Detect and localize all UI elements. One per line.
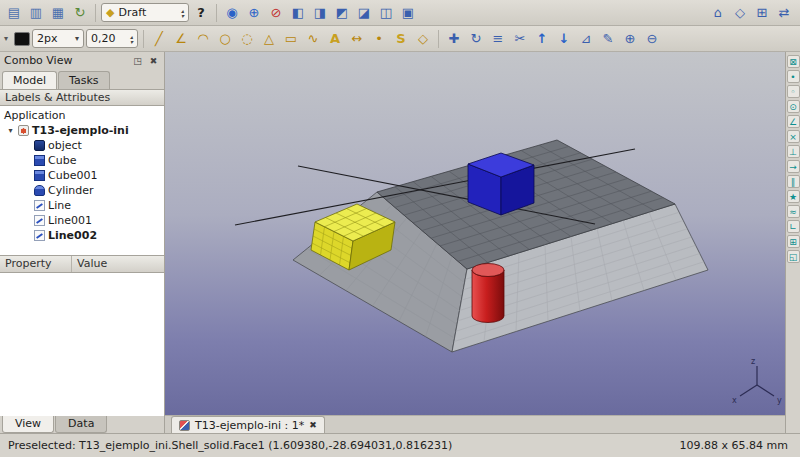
tab-data[interactable]: Data <box>55 416 107 433</box>
draft-move-icon[interactable]: ✚ <box>444 29 464 49</box>
draft-trimex-icon[interactable]: ✂ <box>510 29 530 49</box>
workbench-selector-value: Draft <box>118 6 146 19</box>
view-top-icon[interactable]: ◩ <box>332 3 352 23</box>
dock-overlay-icon[interactable]: ⊞ <box>752 3 772 23</box>
snap-center-icon[interactable]: ⊙ <box>787 100 800 113</box>
snap-parallel-icon[interactable]: ∥ <box>787 175 800 188</box>
tree-item[interactable]: Cube <box>0 153 164 168</box>
tree-item[interactable]: ▾ T13-ejemplo-ini <box>0 123 164 138</box>
view-right-icon[interactable]: ◪ <box>354 3 374 23</box>
property-table-body[interactable] <box>0 273 164 416</box>
snap-ortho-icon[interactable]: ∟ <box>787 220 800 233</box>
value-column-header[interactable]: Value <box>72 256 164 272</box>
draft-shapestring-icon[interactable]: S <box>391 29 411 49</box>
tab-view[interactable]: View <box>2 416 54 433</box>
draft-line-icon[interactable]: ╱ <box>149 29 169 49</box>
fit-all-icon[interactable]: ◉ <box>222 3 242 23</box>
expander-icon[interactable]: ▾ <box>6 126 15 135</box>
view-bottom-icon[interactable]: ▣ <box>398 3 418 23</box>
draft-facebinder-icon[interactable]: ◇ <box>413 29 433 49</box>
float-panel-icon[interactable]: ◳ <box>131 54 144 67</box>
snap-midpoint-icon[interactable]: ◦ <box>787 85 800 98</box>
snap-extension-icon[interactable]: → <box>787 160 800 173</box>
snap-near-icon[interactable]: ≈ <box>787 205 800 218</box>
tree-item[interactable]: Line001 <box>0 213 164 228</box>
line-color-swatch[interactable] <box>14 32 30 46</box>
whats-this-icon[interactable]: ? <box>191 3 211 23</box>
spinbox-arrows-icon[interactable]: ▴ ▾ <box>130 34 133 44</box>
draft-upgrade-icon[interactable]: ↑ <box>532 29 552 49</box>
view-axonometric-icon[interactable]: ◇ <box>730 3 750 23</box>
tree-item[interactable]: Line002 <box>0 228 164 243</box>
labels-attributes-label: Labels & Attributes <box>5 91 110 104</box>
draft-line-doc-icon <box>34 230 45 241</box>
snap-workingplane-icon[interactable]: ◱ <box>787 250 800 263</box>
view-isometric-icon[interactable]: ◧ <box>288 3 308 23</box>
snap-toolbar: ⊠•◦⊙∠×⊥→∥★≈∟⊞◱ <box>785 52 800 433</box>
snap-grid-icon[interactable]: ⊞ <box>787 235 800 248</box>
line-width-select[interactable]: 2px ▾ <box>32 29 84 48</box>
workbench-selector[interactable]: ◆ Draft ▴ ▾ <box>101 3 189 22</box>
tree-root-application[interactable]: Application <box>0 108 164 123</box>
snap-intersection-icon[interactable]: × <box>787 130 800 143</box>
tree-item-label: object <box>48 139 82 152</box>
open-document-icon[interactable]: ▥ <box>26 3 46 23</box>
object-icon <box>34 140 45 151</box>
draft-circle-icon[interactable]: ○ <box>215 29 235 49</box>
line-width-value: 2px <box>37 32 58 45</box>
spinner-down-icon[interactable]: ▾ <box>130 39 133 44</box>
tree-item[interactable]: Cube001 <box>0 168 164 183</box>
draft-edit-icon[interactable]: ✎ <box>598 29 618 49</box>
combo-spinner-icon[interactable]: ▴ ▾ <box>181 8 184 18</box>
save-document-icon[interactable]: ▦ <box>48 3 68 23</box>
spinner-down-icon[interactable]: ▾ <box>181 13 184 18</box>
draft-arc-icon[interactable]: ◠ <box>193 29 213 49</box>
tree-item[interactable]: Line <box>0 198 164 213</box>
red-cylinder-top[interactable] <box>472 264 504 277</box>
sync-view-icon[interactable]: ⇄ <box>774 3 794 23</box>
view-rear-icon[interactable]: ◫ <box>376 3 396 23</box>
status-message: Preselected: T13_ejemplo_ini.Shell_solid… <box>8 439 452 452</box>
toolbar-separator <box>95 4 96 22</box>
draft-offset-icon[interactable]: ≡ <box>488 29 508 49</box>
view-home-icon[interactable]: ⌂ <box>708 3 728 23</box>
3d-viewport[interactable]: z x y <box>165 52 785 415</box>
draft-join-icon[interactable]: ⊕ <box>620 29 640 49</box>
toolbar-overflow-icon[interactable]: ▾ <box>4 34 12 43</box>
new-document-icon[interactable]: ▤ <box>4 3 24 23</box>
tree-item-label: Cube001 <box>48 169 97 182</box>
draft-polygon-icon[interactable]: △ <box>259 29 279 49</box>
draft-text-icon[interactable]: A <box>325 29 345 49</box>
draft-dimension-icon[interactable]: ↔ <box>347 29 367 49</box>
view-front-icon[interactable]: ◨ <box>310 3 330 23</box>
tab-tasks[interactable]: Tasks <box>58 71 109 89</box>
close-tab-icon[interactable]: ✖ <box>309 420 317 430</box>
refresh-icon[interactable]: ↻ <box>70 3 90 23</box>
document-tab[interactable]: T13-ejemplo-ini : 1* ✖ <box>171 416 325 433</box>
scale-spinbox[interactable]: 0,20 ▴ ▾ <box>86 29 138 48</box>
snap-perpendicular-icon[interactable]: ⊥ <box>787 145 800 158</box>
draft-ellipse-icon[interactable]: ◌ <box>237 29 257 49</box>
fit-selection-icon[interactable]: ⊕ <box>244 3 264 23</box>
close-panel-icon[interactable]: ✖ <box>147 54 160 67</box>
draft-bspline-icon[interactable]: ∿ <box>303 29 323 49</box>
tree-item[interactable]: object <box>0 138 164 153</box>
labels-attributes-header[interactable]: Labels & Attributes <box>0 89 164 106</box>
snap-angle-icon[interactable]: ∠ <box>787 115 800 128</box>
draft-rectangle-icon[interactable]: ▭ <box>281 29 301 49</box>
draft-split-icon[interactable]: ⊖ <box>642 29 662 49</box>
3d-scene[interactable]: z x y <box>165 52 785 415</box>
property-column-header[interactable]: Property <box>0 256 72 272</box>
draft-scale-icon[interactable]: ⊿ <box>576 29 596 49</box>
red-cylinder-body[interactable] <box>472 270 504 323</box>
snap-endpoint-icon[interactable]: • <box>787 70 800 83</box>
draft-rotate-icon[interactable]: ↻ <box>466 29 486 49</box>
draft-point-icon[interactable]: • <box>369 29 389 49</box>
snap-special-icon[interactable]: ★ <box>787 190 800 203</box>
tree-item[interactable]: Cylinder <box>0 183 164 198</box>
draft-polyline-icon[interactable]: ∠ <box>171 29 191 49</box>
snap-lock-icon[interactable]: ⊠ <box>787 55 800 68</box>
draw-style-icon[interactable]: ⊘ <box>266 3 286 23</box>
tab-model[interactable]: Model <box>2 71 57 89</box>
draft-downgrade-icon[interactable]: ↓ <box>554 29 574 49</box>
